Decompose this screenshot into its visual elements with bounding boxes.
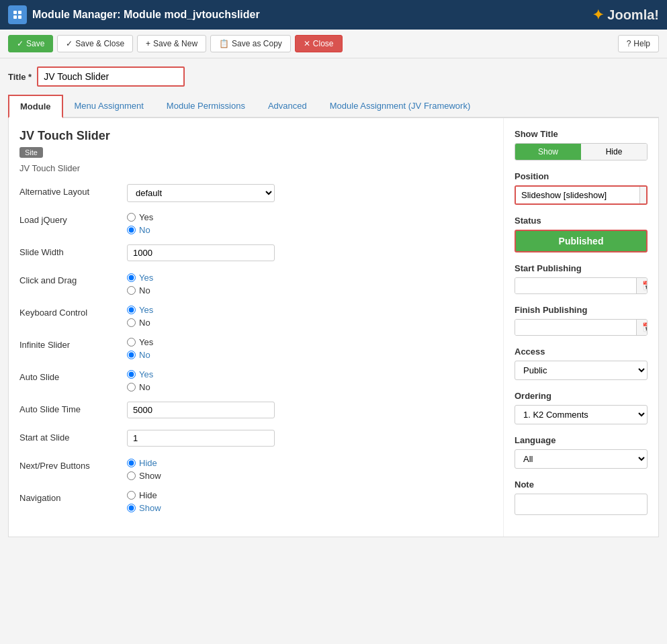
tab-bar: Module Menu Assignment Module Permission… <box>8 95 659 118</box>
keyboard-control-no[interactable]: No <box>127 318 492 328</box>
show-title-section: Show Title Show Hide <box>515 129 648 160</box>
show-title-show-button[interactable]: Show <box>515 144 581 160</box>
status-button[interactable]: Published <box>515 230 648 252</box>
header: Module Manager: Module mod_jvtouchslider… <box>0 0 667 30</box>
tab-advanced[interactable]: Advanced <box>257 95 318 118</box>
title-row: Title * <box>8 66 659 87</box>
tab-module-permissions[interactable]: Module Permissions <box>155 95 257 118</box>
finish-publishing-input[interactable] <box>515 320 636 335</box>
access-section: Access Public Registered Special <box>515 347 648 380</box>
save-new-icon: + <box>146 39 150 48</box>
ordering-select[interactable]: 1. K2 Comments <box>515 405 648 424</box>
click-drag-label: Click and Drag <box>19 273 127 285</box>
load-jquery-row: Load jQuery Yes No <box>19 212 492 235</box>
keyboard-control-label: Keyboard Control <box>19 305 127 318</box>
alternative-layout-select[interactable]: default <box>127 184 275 202</box>
slide-width-row: Slide Width <box>19 244 492 263</box>
auto-slide-time-row: Auto Slide Time <box>19 402 492 420</box>
title-input[interactable] <box>37 66 185 87</box>
next-prev-buttons-row: Next/Prev Buttons Hide Show <box>19 458 492 481</box>
start-at-slide-input[interactable] <box>127 430 275 447</box>
infinite-slider-control: Yes No <box>127 337 492 360</box>
keyboard-control-yes[interactable]: Yes <box>127 305 492 315</box>
position-clear-button[interactable]: × <box>639 187 648 203</box>
navigation-control: Hide Show <box>127 490 492 513</box>
toolbar: ✓ Save ✓ Save & Close + Save & New 📋 Sav… <box>0 30 667 58</box>
click-drag-row: Click and Drag Yes No <box>19 273 492 295</box>
start-publishing-calendar-button[interactable]: 📅 <box>636 278 648 293</box>
keyboard-control-control: Yes No <box>127 305 492 328</box>
save-close-button[interactable]: ✓ Save & Close <box>57 35 133 52</box>
auto-slide-no[interactable]: No <box>127 382 492 392</box>
navigation-row: Navigation Hide Show <box>19 490 492 513</box>
auto-slide-time-control <box>127 402 492 418</box>
infinite-slider-yes[interactable]: Yes <box>127 337 492 347</box>
auto-slide-yes[interactable]: Yes <box>127 369 492 379</box>
show-title-toggle: Show Hide <box>515 143 648 160</box>
svg-rect-2 <box>13 15 17 19</box>
svg-rect-0 <box>13 11 17 14</box>
header-left: Module Manager: Module mod_jvtouchslider <box>8 5 260 24</box>
ordering-label: Ordering <box>515 391 648 401</box>
save-close-icon: ✓ <box>66 39 73 48</box>
slide-width-label: Slide Width <box>19 244 127 257</box>
status-section: Status Published <box>515 216 648 252</box>
alternative-layout-label: Alternative Layout <box>19 184 127 197</box>
page-title: Module Manager: Module mod_jvtouchslider <box>32 9 260 21</box>
close-button[interactable]: ✕ Close <box>295 35 343 52</box>
next-prev-buttons-control: Hide Show <box>127 458 492 481</box>
tab-module[interactable]: Module <box>8 95 63 118</box>
infinite-slider-no[interactable]: No <box>127 350 492 360</box>
alternative-layout-control: default <box>127 184 492 202</box>
position-section: Position × <box>515 171 648 205</box>
auto-slide-time-input[interactable] <box>127 402 275 418</box>
right-panel: Show Title Show Hide Position × Status P… <box>504 118 658 537</box>
start-publishing-input[interactable] <box>515 278 636 293</box>
position-label: Position <box>515 171 648 181</box>
tab-menu-assignment[interactable]: Menu Assignment <box>63 95 155 118</box>
module-title: JV Touch Slider <box>19 129 492 143</box>
click-drag-yes[interactable]: Yes <box>127 273 492 283</box>
access-select[interactable]: Public Registered Special <box>515 361 648 380</box>
ordering-section: Ordering 1. K2 Comments <box>515 391 648 424</box>
load-jquery-label: Load jQuery <box>19 212 127 225</box>
svg-rect-3 <box>18 15 21 19</box>
load-jquery-no[interactable]: No <box>127 225 492 235</box>
navigation-hide[interactable]: Hide <box>127 490 492 500</box>
finish-publishing-calendar-button[interactable]: 📅 <box>636 320 648 335</box>
load-jquery-yes[interactable]: Yes <box>127 212 492 222</box>
save-new-button[interactable]: + Save & New <box>137 35 206 52</box>
language-label: Language <box>515 435 648 445</box>
next-prev-buttons-label: Next/Prev Buttons <box>19 458 127 471</box>
start-publishing-label: Start Publishing <box>515 263 648 273</box>
close-icon: ✕ <box>304 39 310 48</box>
app-icon <box>8 5 27 24</box>
start-at-slide-label: Start at Slide <box>19 430 127 443</box>
position-input[interactable] <box>516 187 639 203</box>
show-title-hide-button[interactable]: Hide <box>581 144 647 160</box>
start-publishing-wrap: 📅 <box>515 277 648 294</box>
module-subtitle: JV Touch Slider <box>19 163 492 173</box>
site-badge: Site <box>19 147 43 158</box>
auto-slide-row: Auto Slide Yes No <box>19 369 492 392</box>
left-panel: JV Touch Slider Site JV Touch Slider Alt… <box>9 118 504 537</box>
next-prev-hide[interactable]: Hide <box>127 458 492 468</box>
auto-slide-control: Yes No <box>127 369 492 392</box>
slide-width-control <box>127 244 492 261</box>
click-drag-no[interactable]: No <box>127 285 492 295</box>
save-copy-button[interactable]: 📋 Save as Copy <box>210 35 291 52</box>
language-select[interactable]: All <box>515 449 648 469</box>
position-wrap: × <box>515 185 648 205</box>
navigation-show[interactable]: Show <box>127 503 492 513</box>
slide-width-input[interactable] <box>127 244 275 261</box>
save-button[interactable]: ✓ Save <box>8 35 53 52</box>
help-icon: ? <box>627 39 631 48</box>
help-button[interactable]: ? Help <box>618 35 659 52</box>
save-copy-icon: 📋 <box>219 39 229 48</box>
joomla-logo: ✦ Joomla! <box>592 7 659 23</box>
navigation-label: Navigation <box>19 490 127 503</box>
finish-publishing-wrap: 📅 <box>515 319 648 336</box>
note-input[interactable] <box>515 494 648 515</box>
tab-module-assignment-jv[interactable]: Module Assignment (JV Framework) <box>318 95 482 118</box>
next-prev-show[interactable]: Show <box>127 471 492 481</box>
